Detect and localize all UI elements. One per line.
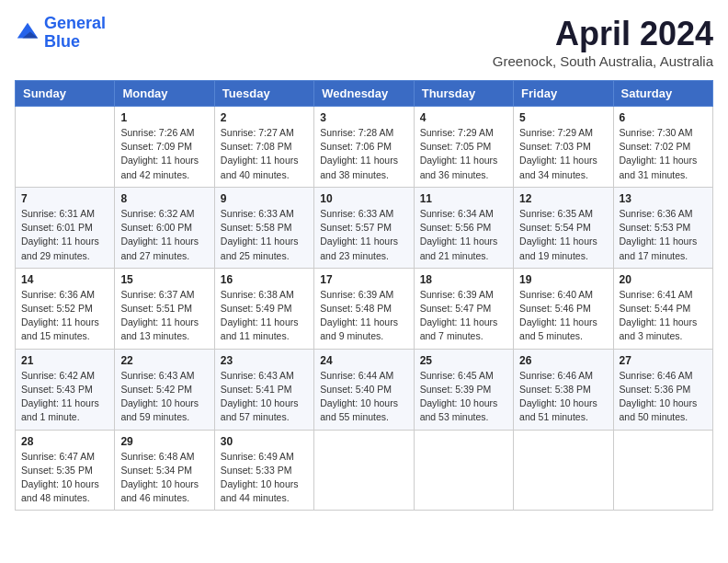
calendar-cell <box>414 430 513 511</box>
day-number: 22 <box>120 354 208 367</box>
day-info: Sunrise: 6:42 AMSunset: 5:43 PMDaylight:… <box>21 369 108 425</box>
calendar-table: SundayMondayTuesdayWednesdayThursdayFrid… <box>15 80 713 511</box>
day-info: Sunrise: 6:40 AMSunset: 5:46 PMDaylight:… <box>519 288 607 344</box>
calendar-cell: 20Sunrise: 6:41 AMSunset: 5:44 PMDayligh… <box>613 268 712 349</box>
calendar-cell: 22Sunrise: 6:43 AMSunset: 5:42 PMDayligh… <box>115 349 214 430</box>
logo-line2: Blue <box>44 32 80 51</box>
calendar-cell: 14Sunrise: 6:36 AMSunset: 5:52 PMDayligh… <box>16 268 115 349</box>
day-number: 17 <box>320 273 407 286</box>
weekday-header: Friday <box>514 81 613 107</box>
day-number: 25 <box>420 354 507 367</box>
calendar-cell: 29Sunrise: 6:48 AMSunset: 5:34 PMDayligh… <box>115 430 214 511</box>
day-info: Sunrise: 6:43 AMSunset: 5:42 PMDaylight:… <box>120 369 208 425</box>
day-info: Sunrise: 7:29 AMSunset: 7:05 PMDaylight:… <box>420 126 507 182</box>
day-number: 19 <box>519 273 607 286</box>
calendar-cell: 17Sunrise: 6:39 AMSunset: 5:48 PMDayligh… <box>314 268 414 349</box>
calendar-cell: 24Sunrise: 6:44 AMSunset: 5:40 PMDayligh… <box>314 349 414 430</box>
calendar-week-row: 28Sunrise: 6:47 AMSunset: 5:35 PMDayligh… <box>16 430 713 511</box>
calendar-cell: 6Sunrise: 7:30 AMSunset: 7:02 PMDaylight… <box>613 107 712 188</box>
calendar-week-row: 21Sunrise: 6:42 AMSunset: 5:43 PMDayligh… <box>16 349 713 430</box>
day-info: Sunrise: 6:32 AMSunset: 6:00 PMDaylight:… <box>120 207 208 263</box>
day-info: Sunrise: 6:39 AMSunset: 5:48 PMDaylight:… <box>320 288 407 344</box>
calendar-cell: 26Sunrise: 6:46 AMSunset: 5:38 PMDayligh… <box>514 349 613 430</box>
day-info: Sunrise: 7:30 AMSunset: 7:02 PMDaylight:… <box>620 126 707 182</box>
day-info: Sunrise: 6:49 AMSunset: 5:33 PMDaylight:… <box>221 450 308 506</box>
day-number: 20 <box>620 273 707 286</box>
title-block: April 2024 Greenock, South Australia, Au… <box>493 15 713 69</box>
calendar-cell: 27Sunrise: 6:46 AMSunset: 5:36 PMDayligh… <box>613 349 712 430</box>
calendar-cell <box>16 107 115 188</box>
calendar-cell: 9Sunrise: 6:33 AMSunset: 5:58 PMDaylight… <box>214 187 313 268</box>
weekday-header-row: SundayMondayTuesdayWednesdayThursdayFrid… <box>16 81 713 107</box>
day-info: Sunrise: 6:46 AMSunset: 5:36 PMDaylight:… <box>620 369 707 425</box>
day-info: Sunrise: 6:41 AMSunset: 5:44 PMDaylight:… <box>620 288 707 344</box>
calendar-cell: 7Sunrise: 6:31 AMSunset: 6:01 PMDaylight… <box>16 187 115 268</box>
day-number: 5 <box>519 111 607 124</box>
day-info: Sunrise: 7:29 AMSunset: 7:03 PMDaylight:… <box>519 126 607 182</box>
day-number: 30 <box>221 435 308 448</box>
page-header: General Blue April 2024 Greenock, South … <box>15 15 713 69</box>
weekday-header: Tuesday <box>214 81 313 107</box>
day-info: Sunrise: 6:35 AMSunset: 5:54 PMDaylight:… <box>519 207 607 263</box>
day-number: 10 <box>320 192 407 205</box>
day-info: Sunrise: 7:28 AMSunset: 7:06 PMDaylight:… <box>320 126 407 182</box>
day-info: Sunrise: 6:39 AMSunset: 5:47 PMDaylight:… <box>420 288 507 344</box>
day-info: Sunrise: 6:31 AMSunset: 6:01 PMDaylight:… <box>21 207 108 263</box>
day-info: Sunrise: 6:48 AMSunset: 5:34 PMDaylight:… <box>120 450 208 506</box>
day-info: Sunrise: 6:33 AMSunset: 5:57 PMDaylight:… <box>320 207 407 263</box>
day-number: 14 <box>21 273 108 286</box>
calendar-cell: 10Sunrise: 6:33 AMSunset: 5:57 PMDayligh… <box>314 187 414 268</box>
weekday-header: Thursday <box>414 81 513 107</box>
day-number: 3 <box>320 111 407 124</box>
day-info: Sunrise: 6:33 AMSunset: 5:58 PMDaylight:… <box>221 207 308 263</box>
day-number: 21 <box>21 354 108 367</box>
logo-line1: General <box>44 14 106 32</box>
day-info: Sunrise: 7:26 AMSunset: 7:09 PMDaylight:… <box>120 126 208 182</box>
calendar-cell <box>613 430 712 511</box>
weekday-header: Monday <box>115 81 214 107</box>
weekday-header: Wednesday <box>314 81 414 107</box>
day-number: 6 <box>620 111 707 124</box>
day-info: Sunrise: 6:37 AMSunset: 5:51 PMDaylight:… <box>120 288 208 344</box>
day-info: Sunrise: 6:36 AMSunset: 5:53 PMDaylight:… <box>620 207 707 263</box>
day-info: Sunrise: 7:27 AMSunset: 7:08 PMDaylight:… <box>221 126 308 182</box>
day-number: 7 <box>21 192 108 205</box>
calendar-cell: 2Sunrise: 7:27 AMSunset: 7:08 PMDaylight… <box>214 107 313 188</box>
calendar-cell: 18Sunrise: 6:39 AMSunset: 5:47 PMDayligh… <box>414 268 513 349</box>
logo-text: General Blue <box>44 15 106 52</box>
location-subtitle: Greenock, South Australia, Australia <box>493 53 713 69</box>
calendar-cell: 3Sunrise: 7:28 AMSunset: 7:06 PMDaylight… <box>314 107 414 188</box>
day-number: 13 <box>620 192 707 205</box>
calendar-cell: 21Sunrise: 6:42 AMSunset: 5:43 PMDayligh… <box>16 349 115 430</box>
day-number: 29 <box>120 435 208 448</box>
day-info: Sunrise: 6:34 AMSunset: 5:56 PMDaylight:… <box>420 207 507 263</box>
calendar-cell: 16Sunrise: 6:38 AMSunset: 5:49 PMDayligh… <box>214 268 313 349</box>
day-number: 2 <box>221 111 308 124</box>
day-number: 11 <box>420 192 507 205</box>
calendar-cell: 1Sunrise: 7:26 AMSunset: 7:09 PMDaylight… <box>115 107 214 188</box>
day-number: 9 <box>221 192 308 205</box>
day-info: Sunrise: 6:38 AMSunset: 5:49 PMDaylight:… <box>221 288 308 344</box>
day-number: 16 <box>221 273 308 286</box>
calendar-cell: 25Sunrise: 6:45 AMSunset: 5:39 PMDayligh… <box>414 349 513 430</box>
day-info: Sunrise: 6:36 AMSunset: 5:52 PMDaylight:… <box>21 288 108 344</box>
calendar-week-row: 14Sunrise: 6:36 AMSunset: 5:52 PMDayligh… <box>16 268 713 349</box>
day-number: 12 <box>519 192 607 205</box>
day-number: 23 <box>221 354 308 367</box>
weekday-header: Saturday <box>613 81 712 107</box>
calendar-cell: 23Sunrise: 6:43 AMSunset: 5:41 PMDayligh… <box>214 349 313 430</box>
calendar-cell: 13Sunrise: 6:36 AMSunset: 5:53 PMDayligh… <box>613 187 712 268</box>
calendar-cell: 5Sunrise: 7:29 AMSunset: 7:03 PMDaylight… <box>514 107 613 188</box>
calendar-cell: 11Sunrise: 6:34 AMSunset: 5:56 PMDayligh… <box>414 187 513 268</box>
month-title: April 2024 <box>493 15 713 53</box>
day-number: 18 <box>420 273 507 286</box>
day-number: 4 <box>420 111 507 124</box>
logo: General Blue <box>15 15 106 52</box>
calendar-cell: 19Sunrise: 6:40 AMSunset: 5:46 PMDayligh… <box>514 268 613 349</box>
day-info: Sunrise: 6:45 AMSunset: 5:39 PMDaylight:… <box>420 369 507 425</box>
day-number: 28 <box>21 435 108 448</box>
logo-icon <box>15 20 40 46</box>
calendar-cell: 28Sunrise: 6:47 AMSunset: 5:35 PMDayligh… <box>16 430 115 511</box>
calendar-week-row: 1Sunrise: 7:26 AMSunset: 7:09 PMDaylight… <box>16 107 713 188</box>
day-number: 27 <box>620 354 707 367</box>
